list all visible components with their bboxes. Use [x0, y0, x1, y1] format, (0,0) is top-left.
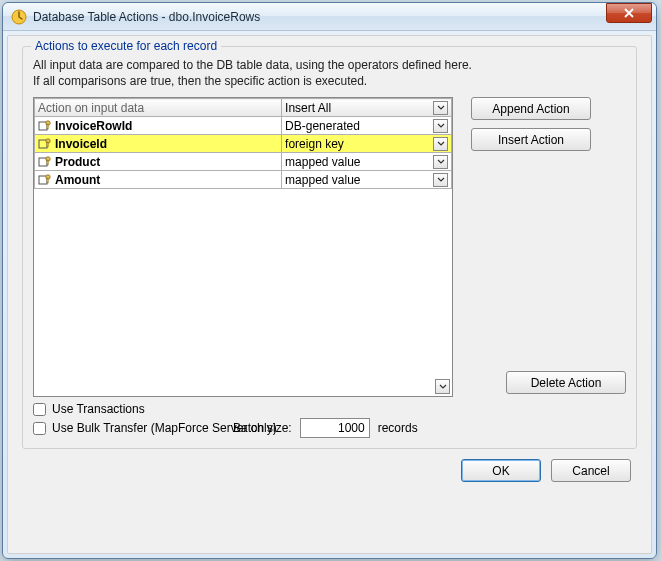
svg-rect-9 [47, 160, 48, 165]
chevron-down-icon [437, 141, 445, 147]
field-value-dropdown[interactable] [433, 137, 448, 151]
scroll-down-button[interactable] [435, 379, 450, 394]
chevron-down-icon [439, 384, 447, 390]
insert-action-button[interactable]: Insert Action [471, 128, 591, 151]
field-value: foreign key [285, 137, 344, 151]
table-header-field: Action on input data [35, 99, 282, 117]
table-row[interactable]: InvoiceRowIdDB-generated [35, 117, 452, 135]
actions-table[interactable]: Action on input data Insert All [33, 97, 453, 397]
app-icon [11, 9, 27, 25]
use-transactions-label: Use Transactions [52, 402, 145, 416]
window-title: Database Table Actions - dbo.InvoiceRows [33, 10, 260, 24]
table-header-action[interactable]: Insert All [282, 99, 452, 117]
column-key-icon [38, 173, 52, 187]
use-transactions-checkbox[interactable] [33, 403, 46, 416]
close-button[interactable] [606, 3, 652, 23]
chevron-down-icon [437, 159, 445, 165]
svg-rect-6 [47, 142, 48, 147]
append-action-button[interactable]: Append Action [471, 97, 591, 120]
dialog-footer: OK Cancel [22, 449, 637, 484]
batch-size-unit: records [378, 421, 418, 435]
field-value: mapped value [285, 173, 360, 187]
chevron-down-icon [437, 123, 445, 129]
chevron-down-icon [437, 105, 445, 111]
field-value-dropdown[interactable] [433, 155, 448, 169]
svg-rect-3 [47, 124, 48, 129]
delete-action-button[interactable]: Delete Action [506, 371, 626, 394]
chevron-down-icon [437, 177, 445, 183]
field-value: mapped value [285, 155, 360, 169]
description-line-1: All input data are compared to the DB ta… [33, 57, 626, 73]
ok-button[interactable]: OK [461, 459, 541, 482]
action-button-stack: Append Action Insert Action [471, 97, 591, 151]
field-name: InvoiceRowId [55, 119, 132, 133]
batch-size-label: Batch size: [233, 421, 292, 435]
cancel-button[interactable]: Cancel [551, 459, 631, 482]
dialog-window: Database Table Actions - dbo.InvoiceRows… [2, 2, 657, 559]
table-row[interactable]: Amountmapped value [35, 171, 452, 189]
column-key-icon [38, 119, 52, 133]
use-bulk-checkbox[interactable] [33, 422, 46, 435]
header-action-dropdown[interactable] [433, 101, 448, 115]
field-name: Amount [55, 173, 100, 187]
description-line-2: If all comparisons are true, then the sp… [33, 73, 626, 89]
field-value: DB-generated [285, 119, 360, 133]
groupbox-label: Actions to execute for each record [31, 39, 221, 53]
table-row[interactable]: InvoiceIdforeign key [35, 135, 452, 153]
titlebar[interactable]: Database Table Actions - dbo.InvoiceRows [3, 3, 656, 31]
dialog-body: Actions to execute for each record All i… [7, 35, 652, 554]
header-action-value: Insert All [285, 101, 331, 115]
actions-groupbox: Actions to execute for each record All i… [22, 46, 637, 449]
svg-rect-12 [47, 178, 48, 183]
close-icon [623, 8, 635, 18]
table-row[interactable]: Productmapped value [35, 153, 452, 171]
field-value-dropdown[interactable] [433, 119, 448, 133]
description-text: All input data are compared to the DB ta… [33, 57, 626, 89]
field-name: Product [55, 155, 100, 169]
batch-size-input[interactable] [300, 418, 370, 438]
field-value-dropdown[interactable] [433, 173, 448, 187]
field-name: InvoiceId [55, 137, 107, 151]
column-key-icon [38, 155, 52, 169]
column-key-icon [38, 137, 52, 151]
